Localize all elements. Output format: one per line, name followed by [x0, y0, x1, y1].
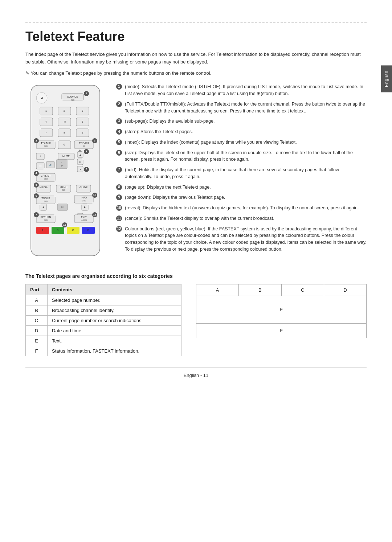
- svg-text:TTX/MIX: TTX/MIX: [41, 142, 51, 144]
- intro-text: The index page of the Teletext service g…: [25, 51, 367, 66]
- svg-text:7: 7: [45, 131, 47, 134]
- svg-text:⊟: ⊟: [61, 206, 64, 208]
- feature-item-3: 3(sub-page): Displays the available sub-…: [116, 118, 367, 125]
- feature-text-10: (reveal): Displays the hidden text (answ…: [125, 205, 367, 212]
- page-container: English Teletext Feature The index page …: [0, 0, 392, 393]
- cell-part-1: A: [26, 295, 48, 305]
- feature-num-11: 11: [116, 215, 122, 221]
- feature-item-6: 6(size): Displays the teletext on the up…: [116, 149, 367, 163]
- cell-part-6: F: [26, 346, 48, 356]
- table-title: The Teletext pages are organised accordi…: [25, 273, 367, 279]
- svg-text:⊟⊟: ⊟⊟: [62, 189, 65, 191]
- svg-text:MENU: MENU: [60, 186, 68, 189]
- feature-num-3: 3: [116, 118, 122, 124]
- svg-text:4: 4: [45, 120, 47, 123]
- cell-contents-4: Date and time.: [48, 326, 181, 336]
- feature-item-4: 4(store): Stores the Teletext pages.: [116, 128, 367, 135]
- feature-item-10: 10(reveal): Displays the hidden text (an…: [116, 205, 367, 212]
- svg-text:·: ·: [61, 161, 62, 164]
- svg-text:GUIDE: GUIDE: [79, 186, 88, 189]
- svg-text:2: 2: [64, 110, 65, 112]
- svg-text:+: +: [40, 155, 41, 157]
- page-title: Teletext Feature: [25, 29, 367, 44]
- cell-contents-3: Current page number or search indication…: [48, 316, 181, 326]
- svg-text:8: 8: [86, 150, 87, 153]
- cell-part-2: B: [26, 305, 48, 316]
- svg-text:—: —: [39, 164, 42, 167]
- svg-text:1: 1: [45, 110, 47, 112]
- svg-text:⊟⊟: ⊟⊟: [44, 219, 48, 221]
- col-header-contents: Contents: [48, 284, 181, 295]
- svg-text:3: 3: [82, 110, 83, 112]
- feature-item-8: 8(page up): Displays the next Teletext p…: [116, 184, 367, 191]
- footer: English - 11: [25, 367, 367, 378]
- svg-text:⊟ ⊟: ⊟ ⊟: [82, 200, 86, 202]
- note-text: You can change Teletext pages by pressin…: [25, 70, 367, 77]
- svg-text:7: 7: [36, 213, 37, 217]
- svg-text:MEDIA: MEDIA: [40, 186, 48, 189]
- col-header-part: Part: [26, 284, 48, 295]
- feature-num-12: 12: [116, 226, 122, 232]
- feature-text-11: (cancel): Shrinks the Teletext display t…: [125, 215, 367, 222]
- svg-text:4: 4: [36, 172, 37, 175]
- table-section: The Teletext pages are organised accordi…: [25, 273, 367, 356]
- svg-text:6: 6: [82, 120, 83, 123]
- screen-diagram-container: A B C D E F: [196, 284, 367, 338]
- cell-contents-1: Selected page number.: [48, 295, 181, 305]
- svg-text:▲: ▲: [79, 153, 82, 156]
- screen-e: E: [196, 296, 367, 324]
- svg-text:⊟⊟: ⊟⊟: [44, 145, 48, 147]
- screen-c: C: [281, 284, 324, 296]
- svg-text:MUTE: MUTE: [62, 155, 70, 157]
- svg-text:P: P: [61, 165, 63, 167]
- svg-text:5: 5: [36, 184, 37, 187]
- table-body: ASelected page number.BBroadcasting chan…: [26, 295, 181, 356]
- feature-num-5: 5: [116, 139, 122, 145]
- feature-num-2: 2: [116, 101, 122, 107]
- feature-item-9: 9(page down): Displays the previous Tele…: [116, 194, 367, 201]
- screen-f: F: [196, 324, 367, 338]
- svg-text:INFO: INFO: [81, 196, 87, 199]
- svg-text:►: ►: [84, 206, 86, 208]
- feature-item-2: 2(Full TTX/Double TTX/mix/off): Activate…: [116, 101, 367, 115]
- svg-text:9: 9: [82, 131, 83, 134]
- screen-a: A: [196, 284, 239, 296]
- svg-text:🔊: 🔊: [49, 163, 52, 167]
- features-list: 1(mode): Selects the Teletext mode (LIST…: [116, 83, 367, 259]
- svg-text:0: 0: [64, 143, 65, 146]
- svg-text:⊟: ⊟: [83, 145, 85, 147]
- svg-text:2: 2: [36, 139, 37, 143]
- feature-num-8: 8: [116, 184, 122, 190]
- svg-text:D: D: [87, 229, 89, 231]
- feature-item-5: 5(index): Displays the index (contents) …: [116, 139, 367, 146]
- feature-item-11: 11(cancel): Shrinks the Teletext display…: [116, 215, 367, 222]
- table-row-5: EText.: [26, 336, 181, 346]
- svg-text:10: 10: [93, 194, 97, 197]
- feature-text-1: (mode): Selects the Teletext mode (LIST/…: [125, 83, 367, 97]
- dashed-separator: [25, 22, 367, 22]
- feature-text-3: (sub-page): Displays the available sub-p…: [125, 118, 367, 125]
- screen-b: B: [239, 284, 281, 296]
- table-row-1: ASelected page number.: [26, 295, 181, 305]
- svg-text:12: 12: [63, 223, 66, 226]
- side-tab: English: [381, 65, 392, 92]
- svg-text:⊟: ⊟: [79, 161, 81, 163]
- svg-text:SOURCE: SOURCE: [67, 95, 78, 98]
- feature-item-12: 12Colour buttons (red, green, yellow, bl…: [116, 226, 367, 253]
- feature-text-6: (size): Displays the teletext on the upp…: [125, 149, 367, 163]
- table-row-2: BBroadcasting channel identity.: [26, 305, 181, 316]
- feature-num-1: 1: [116, 84, 122, 90]
- screen-diagram: A B C D E F: [196, 284, 367, 338]
- remote-svg: ⏻ SOURCE ⊡⊟ 1 1 2 3 4 - 5: [25, 83, 105, 258]
- feature-num-4: 4: [116, 129, 122, 135]
- feature-text-2: (Full TTX/Double TTX/mix/off): Activates…: [125, 101, 367, 115]
- feature-item-1: 1(mode): Selects the Teletext mode (LIST…: [116, 83, 367, 97]
- svg-text:▼: ▼: [79, 168, 82, 171]
- table-row-4: DDate and time.: [26, 326, 181, 336]
- table-row-3: CCurrent page number or search indicatio…: [26, 316, 181, 326]
- table-row-6: FStatus information. FASTEXT information…: [26, 346, 181, 356]
- screen-d: D: [324, 284, 366, 296]
- cell-contents-5: Text.: [48, 336, 181, 346]
- feature-text-12: Colour buttons (red, green, yellow, blue…: [125, 226, 367, 253]
- svg-text:—⊟⊟: —⊟⊟: [81, 219, 87, 221]
